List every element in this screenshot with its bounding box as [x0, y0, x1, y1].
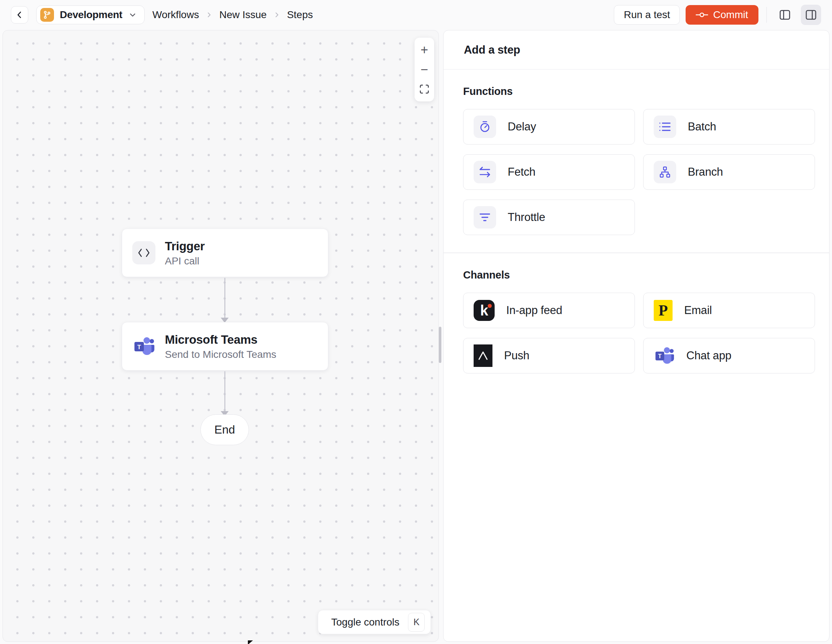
- trigger-node-subtitle: API call: [165, 256, 205, 267]
- trigger-node-title: Trigger: [165, 239, 205, 254]
- left-panel-toggle-button[interactable]: [775, 5, 795, 25]
- commit-icon: [696, 11, 708, 19]
- code-brackets-icon: [132, 241, 155, 264]
- panel-header: Add a step: [443, 30, 829, 70]
- panel-left-icon: [779, 9, 791, 21]
- step-card-delay[interactable]: Delay: [463, 109, 635, 144]
- step-card-label: Chat app: [686, 349, 731, 362]
- trigger-node[interactable]: Trigger API call: [122, 229, 328, 277]
- git-branch-icon: [40, 8, 54, 22]
- step-card-label: Fetch: [508, 166, 536, 179]
- postmark-icon: P: [654, 300, 672, 321]
- mouse-cursor: [248, 640, 253, 644]
- channels-section-label: Channels: [463, 269, 813, 281]
- trigger-node-text: Trigger API call: [165, 239, 205, 267]
- environment-switcher[interactable]: Development: [36, 5, 145, 24]
- edge-trigger-to-teams: [224, 278, 226, 318]
- panel-right-icon: [805, 9, 817, 21]
- step-card-label: In-app feed: [506, 304, 562, 317]
- step-card-in-app-feed[interactable]: k In-app feed: [463, 292, 635, 328]
- microsoft-teams-icon: T: [654, 345, 675, 366]
- top-header: Development Workflows New Issue Steps Ru…: [0, 0, 832, 30]
- run-test-button[interactable]: Run a test: [614, 5, 680, 25]
- workflow-canvas[interactable]: + − Trigger API call: [3, 30, 439, 642]
- swap-arrows-icon: [474, 161, 496, 183]
- step-card-label: Email: [684, 304, 712, 317]
- breadcrumb-separator-icon: [273, 11, 280, 19]
- step-card-batch[interactable]: Batch: [643, 109, 815, 144]
- funnel-icon: [474, 206, 496, 229]
- channels-section: Channels k In-app feed P Email: [463, 269, 813, 374]
- step-card-fetch[interactable]: Fetch: [463, 154, 635, 190]
- functions-section-label: Functions: [463, 85, 813, 97]
- step-card-label: Push: [504, 349, 530, 362]
- right-panel-toggle-button[interactable]: [801, 5, 821, 25]
- breadcrumb-separator-icon: [205, 11, 213, 19]
- stopwatch-icon: [474, 115, 496, 138]
- microsoft-teams-icon: T: [132, 335, 155, 358]
- step-card-email[interactable]: P Email: [643, 292, 815, 328]
- tree-icon: [654, 161, 676, 183]
- svg-text:T: T: [138, 344, 141, 351]
- functions-grid: Delay Batch Fetch: [463, 109, 813, 235]
- environment-label: Development: [60, 9, 123, 21]
- panel-resize-handle[interactable]: [439, 327, 442, 363]
- fullscreen-icon: [419, 84, 430, 94]
- teams-node-title: Microsoft Teams: [165, 332, 277, 347]
- header-divider: [766, 7, 767, 23]
- chevron-left-icon: [15, 10, 24, 19]
- header-actions: Run a test Commit: [614, 5, 821, 25]
- svg-text:T: T: [658, 353, 662, 359]
- list-icon: [654, 115, 676, 138]
- chevron-down-icon: [128, 11, 137, 19]
- section-divider: [443, 252, 829, 253]
- step-card-throttle[interactable]: Throttle: [463, 200, 635, 235]
- step-card-chat-app[interactable]: T Chat app: [643, 338, 815, 374]
- keyboard-shortcut-badge: K: [408, 613, 425, 632]
- panel-title: Add a step: [464, 43, 520, 56]
- toggle-controls-label: Toggle controls: [331, 617, 399, 628]
- channels-grid: k In-app feed P Email Pu: [463, 292, 813, 374]
- edge-teams-to-end: [224, 371, 226, 412]
- zoom-out-button[interactable]: −: [414, 61, 434, 78]
- toggle-controls-button[interactable]: Toggle controls K: [318, 610, 431, 634]
- breadcrumb-new-issue[interactable]: New Issue: [219, 9, 267, 21]
- breadcrumb-workflows[interactable]: Workflows: [152, 9, 199, 21]
- teams-node-text: Microsoft Teams Send to Microsoft Teams: [165, 332, 277, 360]
- expo-icon: [474, 344, 493, 367]
- microsoft-teams-node[interactable]: T Microsoft Teams Send to Microsoft Team…: [122, 322, 328, 371]
- zoom-controls: + −: [414, 38, 434, 101]
- fit-view-button[interactable]: [414, 80, 434, 98]
- commit-button[interactable]: Commit: [686, 5, 758, 25]
- commit-label: Commit: [713, 9, 748, 21]
- end-node[interactable]: End: [200, 414, 249, 445]
- step-card-label: Delay: [508, 120, 536, 133]
- end-node-label: End: [214, 423, 235, 436]
- step-card-label: Branch: [688, 166, 723, 179]
- step-card-label: Throttle: [508, 211, 546, 224]
- step-card-branch[interactable]: Branch: [643, 154, 815, 190]
- breadcrumb-steps: Steps: [287, 9, 313, 21]
- teams-node-subtitle: Send to Microsoft Teams: [165, 349, 277, 360]
- zoom-in-button[interactable]: +: [414, 41, 434, 59]
- add-step-panel: Add a step Functions Delay: [443, 30, 829, 642]
- panel-body: Functions Delay Batch: [443, 70, 829, 374]
- step-card-push[interactable]: Push: [463, 338, 635, 374]
- step-card-label: Batch: [688, 120, 716, 133]
- knock-icon: k: [474, 300, 494, 321]
- back-button[interactable]: [11, 6, 28, 24]
- breadcrumb: Workflows New Issue Steps: [152, 9, 313, 21]
